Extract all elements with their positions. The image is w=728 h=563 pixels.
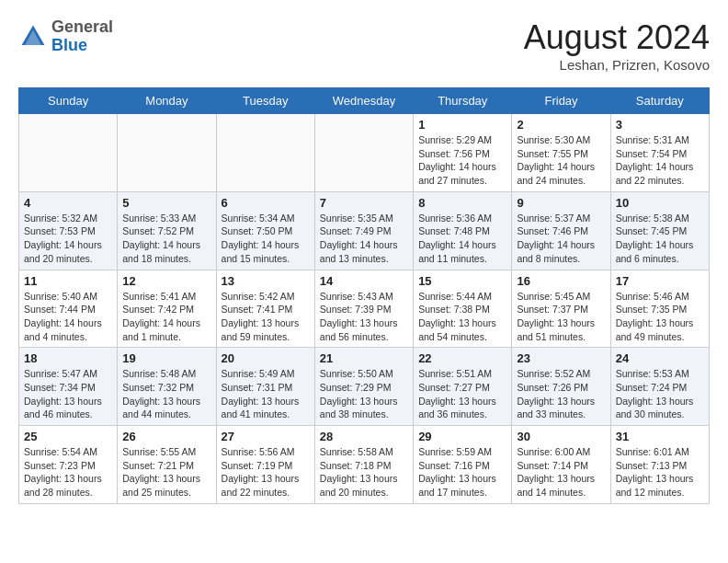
day-number: 23 [517,351,605,365]
day-info: Sunrise: 5:50 AM Sunset: 7:29 PM Dayligh… [320,367,408,421]
calendar-cell: 13Sunrise: 5:42 AM Sunset: 7:41 PM Dayli… [216,270,314,348]
calendar-cell: 31Sunrise: 6:01 AM Sunset: 7:13 PM Dayli… [610,426,709,504]
day-number: 25 [24,430,112,443]
calendar-cell: 10Sunrise: 5:38 AM Sunset: 7:45 PM Dayli… [610,191,709,270]
calendar-week-row-1: 1Sunrise: 5:29 AM Sunset: 7:56 PM Daylig… [19,114,710,192]
calendar-cell [118,114,216,192]
calendar-cell: 11Sunrise: 5:40 AM Sunset: 7:44 PM Dayli… [19,270,118,348]
calendar-cell: 14Sunrise: 5:43 AM Sunset: 7:39 PM Dayli… [314,270,413,348]
day-info: Sunrise: 5:36 AM Sunset: 7:48 PM Dayligh… [418,212,506,266]
calendar-cell: 20Sunrise: 5:49 AM Sunset: 7:31 PM Dayli… [216,348,314,426]
day-number: 28 [320,430,408,443]
day-info: Sunrise: 5:59 AM Sunset: 7:16 PM Dayligh… [418,445,506,500]
weekday-header-tuesday: Tuesday [216,88,314,114]
day-number: 26 [122,430,210,443]
calendar-cell: 16Sunrise: 5:45 AM Sunset: 7:37 PM Dayli… [512,270,610,348]
page-header: General Blue August 2024 Leshan, Prizren… [18,18,710,73]
day-info: Sunrise: 5:54 AM Sunset: 7:23 PM Dayligh… [24,445,112,500]
month-year: August 2024 [524,18,710,57]
calendar-cell: 3Sunrise: 5:31 AM Sunset: 7:54 PM Daylig… [610,114,709,192]
logo-blue-text: Blue [51,36,87,54]
logo-general-text: General [51,17,113,36]
calendar-cell: 15Sunrise: 5:44 AM Sunset: 7:38 PM Dayli… [414,270,512,348]
day-info: Sunrise: 6:01 AM Sunset: 7:13 PM Dayligh… [616,445,704,500]
day-info: Sunrise: 5:35 AM Sunset: 7:49 PM Dayligh… [320,212,408,266]
logo: General Blue [18,18,113,55]
day-info: Sunrise: 5:56 AM Sunset: 7:19 PM Dayligh… [222,445,310,500]
weekday-header-wednesday: Wednesday [314,88,413,114]
day-number: 21 [320,351,408,365]
day-info: Sunrise: 5:46 AM Sunset: 7:35 PM Dayligh… [616,290,704,344]
calendar-cell: 28Sunrise: 5:58 AM Sunset: 7:18 PM Dayli… [314,426,413,504]
day-number: 16 [517,274,605,288]
day-info: Sunrise: 5:51 AM Sunset: 7:27 PM Dayligh… [418,367,506,421]
weekday-header-row: SundayMondayTuesdayWednesdayThursdayFrid… [19,88,710,114]
calendar-cell: 24Sunrise: 5:53 AM Sunset: 7:24 PM Dayli… [610,348,709,426]
logo-icon [18,22,48,52]
calendar-cell: 2Sunrise: 5:30 AM Sunset: 7:55 PM Daylig… [512,114,610,192]
day-info: Sunrise: 5:44 AM Sunset: 7:38 PM Dayligh… [418,290,506,344]
calendar-cell: 23Sunrise: 5:52 AM Sunset: 7:26 PM Dayli… [512,348,610,426]
title-block: August 2024 Leshan, Prizren, Kosovo [524,18,710,73]
calendar-cell [216,114,314,192]
day-info: Sunrise: 5:40 AM Sunset: 7:44 PM Dayligh… [24,290,112,344]
calendar-cell: 30Sunrise: 6:00 AM Sunset: 7:14 PM Dayli… [512,426,610,504]
day-info: Sunrise: 5:41 AM Sunset: 7:42 PM Dayligh… [122,290,210,344]
day-number: 22 [418,351,506,365]
calendar-cell: 6Sunrise: 5:34 AM Sunset: 7:50 PM Daylig… [216,191,314,270]
calendar-cell: 27Sunrise: 5:56 AM Sunset: 7:19 PM Dayli… [216,426,314,504]
day-info: Sunrise: 5:29 AM Sunset: 7:56 PM Dayligh… [418,133,506,188]
day-info: Sunrise: 5:38 AM Sunset: 7:45 PM Dayligh… [616,212,704,266]
calendar-cell: 9Sunrise: 5:37 AM Sunset: 7:46 PM Daylig… [512,191,610,270]
weekday-header-monday: Monday [118,88,216,114]
day-info: Sunrise: 5:42 AM Sunset: 7:41 PM Dayligh… [222,290,310,344]
day-number: 4 [24,196,112,210]
day-info: Sunrise: 5:49 AM Sunset: 7:31 PM Dayligh… [222,367,310,421]
calendar-cell: 18Sunrise: 5:47 AM Sunset: 7:34 PM Dayli… [19,348,118,426]
calendar-cell: 1Sunrise: 5:29 AM Sunset: 7:56 PM Daylig… [414,114,512,192]
day-number: 19 [122,351,210,365]
day-info: Sunrise: 5:48 AM Sunset: 7:32 PM Dayligh… [122,367,210,421]
calendar-cell: 29Sunrise: 5:59 AM Sunset: 7:16 PM Dayli… [414,426,512,504]
calendar-table: SundayMondayTuesdayWednesdayThursdayFrid… [18,87,710,504]
calendar-cell: 12Sunrise: 5:41 AM Sunset: 7:42 PM Dayli… [118,270,216,348]
day-number: 14 [320,274,408,288]
day-number: 29 [418,430,506,443]
day-number: 31 [616,430,704,443]
day-number: 12 [122,274,210,288]
day-info: Sunrise: 5:53 AM Sunset: 7:24 PM Dayligh… [616,367,704,421]
day-number: 11 [24,274,112,288]
weekday-header-thursday: Thursday [414,88,512,114]
day-info: Sunrise: 5:33 AM Sunset: 7:52 PM Dayligh… [122,212,210,266]
day-info: Sunrise: 5:58 AM Sunset: 7:18 PM Dayligh… [320,445,408,500]
day-info: Sunrise: 6:00 AM Sunset: 7:14 PM Dayligh… [517,445,605,500]
weekday-header-sunday: Sunday [19,88,118,114]
weekday-header-saturday: Saturday [610,88,709,114]
calendar-cell: 5Sunrise: 5:33 AM Sunset: 7:52 PM Daylig… [118,191,216,270]
day-info: Sunrise: 5:31 AM Sunset: 7:54 PM Dayligh… [616,133,704,188]
day-number: 7 [320,196,408,210]
location: Leshan, Prizren, Kosovo [524,57,710,73]
day-number: 9 [517,196,605,210]
day-number: 20 [222,351,310,365]
day-number: 17 [616,274,704,288]
calendar-cell: 8Sunrise: 5:36 AM Sunset: 7:48 PM Daylig… [414,191,512,270]
day-number: 6 [222,196,310,210]
day-info: Sunrise: 5:45 AM Sunset: 7:37 PM Dayligh… [517,290,605,344]
calendar-cell [314,114,413,192]
calendar-cell: 22Sunrise: 5:51 AM Sunset: 7:27 PM Dayli… [414,348,512,426]
day-info: Sunrise: 5:37 AM Sunset: 7:46 PM Dayligh… [517,212,605,266]
day-info: Sunrise: 5:52 AM Sunset: 7:26 PM Dayligh… [517,367,605,421]
day-number: 27 [222,430,310,443]
calendar-cell: 7Sunrise: 5:35 AM Sunset: 7:49 PM Daylig… [314,191,413,270]
day-number: 24 [616,351,704,365]
day-number: 18 [24,351,112,365]
day-number: 30 [517,430,605,443]
day-info: Sunrise: 5:34 AM Sunset: 7:50 PM Dayligh… [222,212,310,266]
day-number: 2 [517,118,605,132]
calendar-cell: 26Sunrise: 5:55 AM Sunset: 7:21 PM Dayli… [118,426,216,504]
day-number: 13 [222,274,310,288]
day-info: Sunrise: 5:32 AM Sunset: 7:53 PM Dayligh… [24,212,112,266]
calendar-week-row-5: 25Sunrise: 5:54 AM Sunset: 7:23 PM Dayli… [19,426,710,504]
calendar-week-row-3: 11Sunrise: 5:40 AM Sunset: 7:44 PM Dayli… [19,270,710,348]
